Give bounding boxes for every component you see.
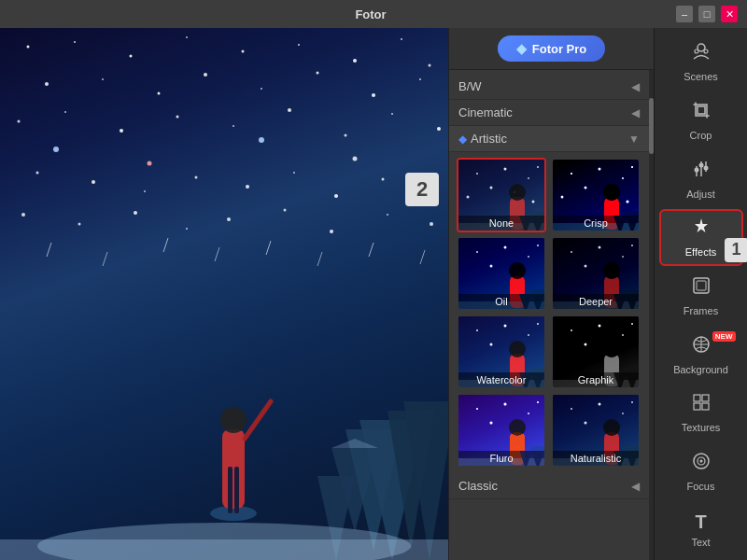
svg-point-14	[317, 72, 319, 75]
close-button[interactable]: ✕	[721, 6, 738, 22]
svg-point-82	[509, 184, 526, 201]
svg-line-50	[163, 238, 168, 252]
category-classic[interactable]: Classic ◀	[449, 473, 649, 499]
crop-icon	[691, 100, 712, 126]
sidebar-item-focus[interactable]: Focus	[659, 443, 743, 500]
crop-label: Crop	[690, 130, 712, 141]
filter-naturalistic[interactable]: Naturalistic	[551, 393, 641, 468]
svg-point-16	[419, 78, 421, 80]
frames-icon	[691, 275, 712, 301]
svg-point-101	[476, 251, 478, 253]
svg-point-7	[401, 38, 402, 40]
window-controls: – □ ✕	[676, 6, 738, 22]
svg-point-129	[509, 341, 526, 357]
svg-point-33	[195, 176, 198, 179]
right-sidebar: Scenes Crop	[654, 28, 747, 560]
svg-point-25	[437, 127, 441, 131]
svg-point-9	[45, 82, 49, 86]
svg-rect-71	[0, 539, 448, 560]
svg-point-10	[102, 78, 104, 80]
filter-crisp-label: Crisp	[553, 216, 639, 231]
frames-label: Frames	[684, 305, 718, 316]
focus-icon	[691, 451, 712, 477]
svg-point-5	[298, 44, 300, 46]
svg-point-135	[599, 325, 601, 328]
sidebar-item-scenes[interactable]: Scenes	[659, 34, 743, 91]
svg-point-151	[509, 419, 526, 436]
svg-point-77	[537, 166, 539, 168]
svg-point-174	[694, 167, 698, 172]
effects-scroll-area[interactable]: B/W ◀ Cinematic ◀ ◆ Artistic ▼	[449, 70, 649, 560]
svg-point-27	[148, 161, 152, 166]
filter-deeper[interactable]: Deeper	[551, 236, 641, 311]
svg-point-167	[695, 49, 698, 53]
svg-point-149	[537, 401, 539, 403]
filter-oil[interactable]: Oil	[457, 236, 546, 311]
svg-point-157	[599, 403, 601, 406]
category-cinematic[interactable]: Cinematic ◀	[449, 100, 649, 126]
maximize-button[interactable]: □	[698, 6, 715, 22]
svg-point-44	[284, 209, 287, 212]
sidebar-item-background[interactable]: NEW Background	[659, 326, 743, 383]
main-canvas: 2	[0, 28, 448, 560]
svg-point-146	[504, 403, 507, 406]
svg-point-127	[537, 323, 539, 325]
filter-watercolor[interactable]: Watercolor	[457, 315, 546, 389]
svg-point-114	[622, 256, 624, 258]
svg-point-41	[134, 211, 137, 215]
svg-point-73	[476, 173, 478, 175]
filter-graphik[interactable]: Graphik	[551, 315, 641, 389]
image-panel: 2	[0, 28, 448, 560]
svg-point-124	[504, 325, 507, 328]
svg-point-21	[233, 125, 234, 127]
svg-line-55	[420, 250, 425, 264]
adjust-label: Adjust	[686, 189, 715, 200]
svg-point-116	[631, 245, 633, 246]
svg-point-91	[631, 166, 633, 168]
filter-watercolor-label: Watercolor	[458, 372, 544, 387]
scenes-label: Scenes	[684, 71, 718, 82]
effects-label: Effects	[685, 246, 716, 258]
svg-point-42	[186, 228, 188, 230]
svg-point-118	[603, 262, 620, 279]
minimize-button[interactable]: –	[676, 6, 693, 22]
background-icon	[691, 334, 712, 360]
svg-rect-169	[698, 106, 705, 114]
svg-point-115	[585, 265, 587, 268]
svg-rect-183	[694, 403, 700, 410]
svg-point-76	[490, 187, 493, 189]
svg-point-89	[622, 177, 624, 179]
sidebar-item-effects[interactable]: Effects 1	[659, 209, 743, 266]
filter-naturalistic-label: Naturalistic	[553, 451, 639, 466]
svg-point-45	[330, 230, 333, 233]
svg-rect-182	[702, 395, 709, 401]
fotor-pro-button[interactable]: ◆ Fotor Pro	[498, 35, 606, 62]
svg-point-88	[599, 168, 601, 171]
svg-point-46	[387, 214, 388, 216]
sidebar-item-crop[interactable]: Crop	[659, 92, 743, 149]
effects-scroll-container: B/W ◀ Cinematic ◀ ◆ Artistic ▼	[449, 70, 654, 560]
svg-rect-176	[694, 278, 709, 293]
svg-point-112	[571, 251, 572, 253]
sidebar-item-frames[interactable]: Frames	[659, 268, 743, 325]
svg-point-13	[261, 88, 262, 90]
effects-scrollbar[interactable]	[649, 70, 654, 560]
filter-crisp[interactable]: Crisp	[551, 158, 641, 232]
filter-fluro[interactable]: Fluro	[457, 393, 546, 468]
adjust-icon	[691, 159, 712, 185]
category-artistic[interactable]: ◆ Artistic ▼	[449, 126, 649, 152]
sidebar-item-adjust[interactable]: Adjust	[659, 150, 743, 207]
effects-top-bar: ◆ Fotor Pro	[449, 28, 654, 70]
filter-none[interactable]: None	[457, 158, 546, 232]
category-bw[interactable]: B/W ◀	[449, 74, 649, 100]
svg-point-168	[704, 49, 708, 53]
svg-point-0	[27, 46, 30, 49]
svg-point-75	[528, 177, 529, 179]
sidebar-item-text[interactable]: T Text	[659, 501, 743, 558]
scrollbar-thumb[interactable]	[649, 98, 654, 154]
svg-point-175	[703, 165, 708, 170]
svg-point-160	[631, 401, 633, 403]
svg-rect-184	[702, 403, 709, 410]
sidebar-item-textures[interactable]: Textures	[659, 385, 743, 441]
focus-label: Focus	[687, 481, 715, 492]
